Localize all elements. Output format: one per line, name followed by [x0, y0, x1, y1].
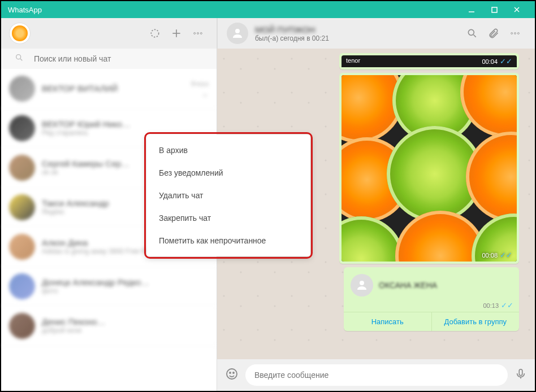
svg-point-20 — [230, 372, 231, 373]
citrus-image: 00:08✓✓ — [342, 75, 517, 262]
contact-message-button[interactable]: Написать — [344, 312, 432, 331]
minimize-button[interactable] — [460, 1, 483, 18]
search-input[interactable] — [34, 54, 209, 63]
svg-point-13 — [468, 29, 474, 35]
emoji-icon[interactable] — [225, 367, 239, 383]
message-contact-card[interactable]: ОКСАНА ЖЕНА 00:13✓✓ Написать Добавить в … — [344, 267, 519, 331]
chat-item[interactable]: Денис Пеконо…доброй ночи — [1, 306, 217, 346]
read-ticks-icon: ✓✓ — [500, 251, 512, 259]
svg-line-14 — [474, 35, 476, 37]
contact-add-group-button[interactable]: Добавить в группу — [432, 312, 520, 331]
search-bar — [1, 49, 217, 69]
svg-point-7 — [194, 33, 196, 34]
svg-point-4 — [151, 29, 158, 37]
context-menu: В архив Без уведомлений Удалить чат Закр… — [146, 134, 310, 256]
svg-point-12 — [235, 29, 240, 33]
left-header — [1, 18, 217, 49]
titlebar: WhatsApp — [1, 1, 535, 18]
conversation-header: МОЙ ПУПЖОН был(-а) сегодня в 00:21 — [217, 18, 535, 49]
conversation-menu-icon[interactable] — [504, 23, 526, 44]
svg-rect-22 — [519, 369, 522, 376]
contact-name: ОКСАНА ЖЕНА — [379, 281, 512, 290]
app-title: WhatsApp — [8, 6, 42, 14]
read-ticks-icon: ✓✓ — [500, 57, 512, 66]
svg-point-8 — [197, 33, 199, 34]
message-time: 00:04 — [482, 58, 498, 65]
message-time: 00:13 — [483, 302, 499, 309]
ctx-pin[interactable]: Закрепить чат — [146, 207, 310, 229]
status-icon[interactable] — [144, 23, 166, 44]
chevron-down-icon[interactable]: ⌄ — [201, 88, 209, 99]
message-image[interactable]: 00:08✓✓ — [339, 73, 519, 264]
new-chat-icon[interactable] — [166, 23, 187, 44]
maximize-button[interactable] — [483, 1, 505, 18]
svg-point-18 — [360, 281, 364, 285]
read-ticks-icon: ✓✓ — [501, 301, 513, 310]
ctx-mark-unread[interactable]: Пометить как непрочитанное — [146, 229, 310, 252]
menu-icon[interactable] — [187, 23, 209, 44]
message-time: 00:08 — [482, 252, 498, 259]
chat-avatar — [9, 76, 35, 102]
svg-point-21 — [233, 372, 234, 373]
svg-rect-1 — [492, 7, 497, 12]
chat-name: ВЕКТОР ВИТАЛИЙ — [42, 84, 191, 93]
svg-point-15 — [511, 33, 513, 34]
chat-item[interactable]: Донецк Александр Редко…фото — [1, 267, 217, 306]
mic-icon[interactable] — [515, 368, 527, 382]
svg-point-16 — [515, 33, 516, 34]
close-button[interactable] — [505, 1, 528, 18]
composer — [217, 359, 535, 391]
conversation-title: МОЙ ПУПЖОН — [255, 25, 329, 34]
conversation-avatar[interactable] — [227, 23, 248, 44]
chat-time: Вчера — [191, 80, 209, 87]
conversation-subtitle: был(-а) сегодня в 00:21 — [255, 34, 329, 42]
chat-item[interactable]: ВЕКТОР ВИТАЛИЙ Вчера ⌄ — [1, 69, 217, 108]
svg-line-11 — [20, 59, 22, 60]
attach-icon[interactable] — [483, 23, 504, 44]
search-icon — [15, 53, 24, 64]
search-in-chat-icon[interactable] — [461, 23, 483, 44]
svg-point-19 — [227, 369, 237, 379]
contact-avatar-icon — [351, 274, 373, 297]
tenor-label: tenor — [346, 57, 360, 66]
svg-point-10 — [16, 55, 21, 59]
svg-point-9 — [200, 33, 202, 34]
message-media-top[interactable]: tenor 00:04✓✓ — [339, 53, 519, 69]
svg-point-17 — [517, 33, 519, 34]
my-avatar[interactable] — [9, 23, 31, 44]
message-input[interactable] — [245, 364, 508, 386]
ctx-archive[interactable]: В архив — [146, 139, 310, 162]
ctx-mute[interactable]: Без уведомлений — [146, 162, 310, 184]
ctx-delete[interactable]: Удалить чат — [146, 184, 310, 207]
